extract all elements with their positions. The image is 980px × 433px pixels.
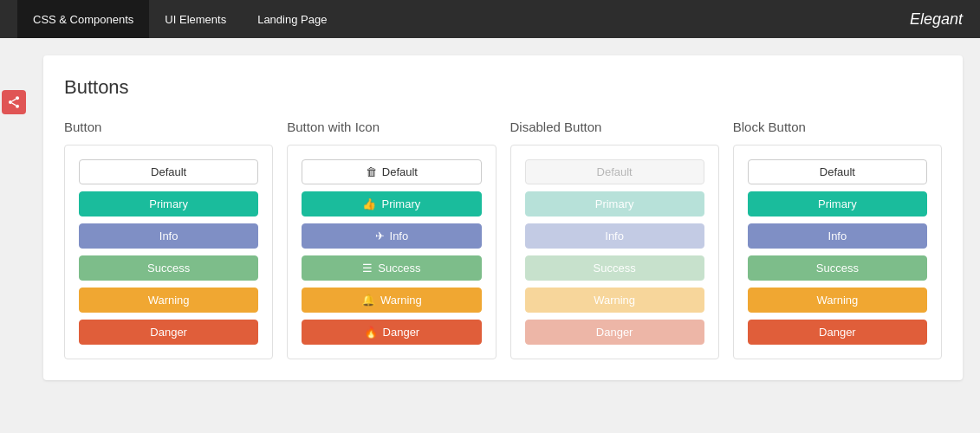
sidebar [0,38,28,114]
btn-warning[interactable]: Warning [79,288,258,313]
plane-icon: ✈ [375,229,385,242]
col-header-icon: Button with Icon [287,120,496,134]
btn-disabled-danger: Danger [525,320,704,345]
page-title: Buttons [64,76,942,99]
btn-icon-primary[interactable]: 👍 Primary [302,191,481,216]
btn-disabled-primary: Primary [525,191,704,216]
btn-block-default[interactable]: Default [748,159,927,184]
btn-block-success[interactable]: Success [748,255,927,281]
btn-primary[interactable]: Primary [79,191,258,216]
btn-icon-danger[interactable]: 🔥 Danger [302,320,481,345]
btn-disabled-success: Success [525,255,704,281]
column-button: Button Default Primary Info Success Warn… [64,120,273,359]
btn-success[interactable]: Success [79,255,258,281]
btn-group-disabled: Default Primary Info Success Warning Dan… [510,145,719,359]
col-header-button: Button [64,120,273,134]
btn-disabled-info: Info [525,223,704,249]
btn-block-info[interactable]: Info [748,223,927,249]
navbar-left: CSS & Components UI Elements Landing Pag… [17,0,342,38]
list-icon: ☰ [362,262,373,275]
nav-item-css[interactable]: CSS & Components [17,0,149,38]
btn-group-icon: 🗑 Default 👍 Primary ✈ Info ☰ Success 🔔 W… [287,145,496,359]
fire-icon: 🔥 [364,326,378,339]
btn-default[interactable]: Default [79,159,258,184]
btn-group-block: Default Primary Info Success Warning Dan… [733,145,942,359]
svg-point-2 [16,105,19,108]
svg-line-4 [12,99,16,101]
col-header-block: Block Button [733,120,942,134]
btn-danger[interactable]: Danger [79,320,258,345]
btn-icon-default[interactable]: 🗑 Default [302,159,481,184]
navbar: CSS & Components UI Elements Landing Pag… [0,0,980,38]
btn-group-button: Default Primary Info Success Warning Dan… [64,145,273,359]
share-icon[interactable] [2,90,26,114]
col-header-disabled: Disabled Button [510,120,719,134]
btn-disabled-default: Default [525,159,704,184]
main-content: Buttons Button Default Primary Info Succ… [0,38,980,397]
column-block: Block Button Default Primary Info Succes… [733,120,942,359]
nav-item-ui[interactable]: UI Elements [149,0,242,38]
btn-icon-warning[interactable]: 🔔 Warning [302,288,481,313]
trash-icon: 🗑 [366,165,377,178]
btn-icon-info[interactable]: ✈ Info [302,223,481,249]
btn-block-primary[interactable]: Primary [748,191,927,216]
bell-icon: 🔔 [361,294,375,307]
btn-info[interactable]: Info [79,223,258,249]
thumbsup-icon: 👍 [362,197,376,210]
column-disabled: Disabled Button Default Primary Info Suc… [510,120,719,359]
column-button-icon: Button with Icon 🗑 Default 👍 Primary ✈ I… [287,120,496,359]
svg-point-0 [16,96,19,100]
btn-block-danger[interactable]: Danger [748,320,927,345]
btn-disabled-warning: Warning [525,288,704,313]
svg-point-1 [9,100,12,104]
btn-icon-success[interactable]: ☰ Success [302,255,481,281]
buttons-card: Buttons Button Default Primary Info Succ… [43,55,963,380]
btn-block-warning[interactable]: Warning [748,288,927,313]
svg-line-3 [12,103,16,106]
button-columns: Button Default Primary Info Success Warn… [64,120,942,359]
navbar-brand: Elegant [910,10,963,29]
nav-item-landing[interactable]: Landing Page [242,0,342,38]
